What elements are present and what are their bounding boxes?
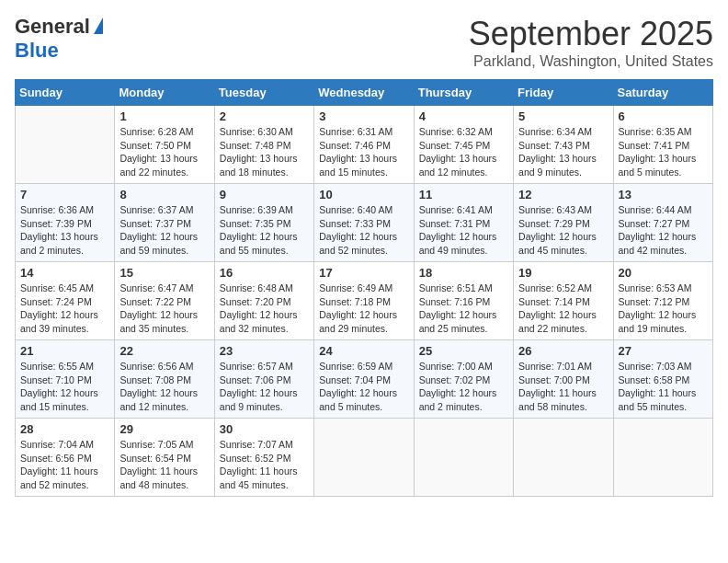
week-row-1: 1Sunrise: 6:28 AMSunset: 7:50 PMDaylight… (16, 106, 713, 184)
day-info: Sunrise: 6:30 AMSunset: 7:48 PMDaylight:… (220, 125, 309, 179)
day-info: Sunrise: 7:05 AMSunset: 6:54 PMDaylight:… (119, 438, 209, 492)
day-number: 21 (20, 344, 109, 358)
calendar-cell: 8Sunrise: 6:37 AMSunset: 7:37 PMDaylight… (115, 184, 214, 262)
calendar-cell: 24Sunrise: 6:59 AMSunset: 7:04 PMDayligh… (314, 340, 414, 419)
logo-blue: Blue (15, 39, 59, 63)
column-header-tuesday: Tuesday (214, 80, 313, 106)
day-info: Sunrise: 6:59 AMSunset: 7:04 PMDaylight:… (319, 360, 408, 414)
calendar-cell (414, 419, 513, 497)
day-info: Sunrise: 6:45 AMSunset: 7:24 PMDaylight:… (20, 282, 109, 336)
week-row-3: 14Sunrise: 6:45 AMSunset: 7:24 PMDayligh… (16, 262, 713, 340)
day-number: 3 (319, 109, 408, 123)
day-number: 26 (518, 344, 608, 358)
calendar-cell (314, 419, 414, 497)
week-row-2: 7Sunrise: 6:36 AMSunset: 7:39 PMDaylight… (16, 184, 713, 262)
column-header-saturday: Saturday (613, 80, 712, 106)
day-info: Sunrise: 7:07 AMSunset: 6:52 PMDaylight:… (220, 438, 309, 492)
column-header-sunday: Sunday (16, 80, 115, 106)
month-title: September 2025 (469, 15, 713, 53)
day-number: 16 (220, 266, 309, 280)
calendar-cell: 27Sunrise: 7:03 AMSunset: 6:58 PMDayligh… (613, 340, 712, 419)
day-number: 20 (619, 266, 708, 280)
day-number: 14 (20, 266, 109, 280)
day-number: 2 (220, 109, 309, 123)
day-number: 28 (20, 422, 109, 436)
day-number: 27 (619, 344, 708, 358)
day-number: 10 (319, 188, 408, 201)
day-info: Sunrise: 6:28 AMSunset: 7:50 PMDaylight:… (119, 125, 209, 179)
location: Parkland, Washington, United States (469, 53, 713, 70)
column-header-friday: Friday (514, 80, 613, 106)
calendar-cell: 26Sunrise: 7:01 AMSunset: 7:00 PMDayligh… (514, 340, 613, 419)
day-info: Sunrise: 6:53 AMSunset: 7:12 PMDaylight:… (619, 282, 708, 336)
calendar-cell: 20Sunrise: 6:53 AMSunset: 7:12 PMDayligh… (613, 262, 712, 340)
day-number: 15 (119, 266, 209, 280)
day-info: Sunrise: 7:04 AMSunset: 6:56 PMDaylight:… (20, 438, 109, 492)
calendar-cell: 13Sunrise: 6:44 AMSunset: 7:27 PMDayligh… (613, 184, 712, 262)
day-number: 19 (518, 266, 608, 280)
calendar-cell: 15Sunrise: 6:47 AMSunset: 7:22 PMDayligh… (115, 262, 214, 340)
day-number: 7 (20, 188, 109, 201)
day-number: 18 (419, 266, 508, 280)
day-number: 9 (220, 188, 309, 201)
day-info: Sunrise: 6:48 AMSunset: 7:20 PMDaylight:… (220, 282, 309, 336)
day-number: 22 (119, 344, 209, 358)
calendar-cell: 10Sunrise: 6:40 AMSunset: 7:33 PMDayligh… (314, 184, 414, 262)
calendar-header-row: SundayMondayTuesdayWednesdayThursdayFrid… (16, 80, 713, 106)
calendar-cell: 23Sunrise: 6:57 AMSunset: 7:06 PMDayligh… (214, 340, 313, 419)
calendar-cell: 21Sunrise: 6:55 AMSunset: 7:10 PMDayligh… (16, 340, 115, 419)
day-info: Sunrise: 6:49 AMSunset: 7:18 PMDaylight:… (319, 282, 408, 336)
day-info: Sunrise: 6:39 AMSunset: 7:35 PMDaylight:… (220, 203, 309, 258)
calendar-cell: 12Sunrise: 6:43 AMSunset: 7:29 PMDayligh… (514, 184, 613, 262)
day-info: Sunrise: 6:32 AMSunset: 7:45 PMDaylight:… (419, 125, 508, 179)
day-info: Sunrise: 7:01 AMSunset: 7:00 PMDaylight:… (518, 360, 608, 414)
day-info: Sunrise: 6:41 AMSunset: 7:31 PMDaylight:… (419, 203, 508, 258)
title-block: September 2025 Parkland, Washington, Uni… (469, 15, 713, 70)
day-number: 5 (518, 109, 608, 123)
day-info: Sunrise: 6:56 AMSunset: 7:08 PMDaylight:… (119, 360, 209, 414)
day-info: Sunrise: 6:44 AMSunset: 7:27 PMDaylight:… (619, 203, 708, 258)
calendar-cell (514, 419, 613, 497)
calendar-cell: 3Sunrise: 6:31 AMSunset: 7:46 PMDaylight… (314, 106, 414, 184)
day-info: Sunrise: 6:36 AMSunset: 7:39 PMDaylight:… (20, 203, 109, 258)
calendar-cell: 2Sunrise: 6:30 AMSunset: 7:48 PMDaylight… (214, 106, 313, 184)
day-number: 23 (220, 344, 309, 358)
day-info: Sunrise: 6:43 AMSunset: 7:29 PMDaylight:… (518, 203, 608, 258)
day-info: Sunrise: 6:57 AMSunset: 7:06 PMDaylight:… (220, 360, 309, 414)
calendar-cell: 7Sunrise: 6:36 AMSunset: 7:39 PMDaylight… (16, 184, 115, 262)
day-number: 24 (319, 344, 408, 358)
day-number: 17 (319, 266, 408, 280)
day-number: 1 (119, 109, 209, 123)
calendar-cell: 11Sunrise: 6:41 AMSunset: 7:31 PMDayligh… (414, 184, 513, 262)
day-info: Sunrise: 6:47 AMSunset: 7:22 PMDaylight:… (119, 282, 209, 336)
calendar-cell: 29Sunrise: 7:05 AMSunset: 6:54 PMDayligh… (115, 419, 214, 497)
week-row-4: 21Sunrise: 6:55 AMSunset: 7:10 PMDayligh… (16, 340, 713, 419)
calendar-cell: 4Sunrise: 6:32 AMSunset: 7:45 PMDaylight… (414, 106, 513, 184)
day-number: 4 (419, 109, 508, 123)
day-number: 11 (419, 188, 508, 201)
day-number: 12 (518, 188, 608, 201)
day-number: 13 (619, 188, 708, 201)
logo-triangle-icon (94, 17, 103, 34)
day-info: Sunrise: 6:51 AMSunset: 7:16 PMDaylight:… (419, 282, 508, 336)
day-info: Sunrise: 6:35 AMSunset: 7:41 PMDaylight:… (619, 125, 708, 179)
logo: General Blue (15, 15, 103, 63)
day-number: 30 (220, 422, 309, 436)
day-info: Sunrise: 6:52 AMSunset: 7:14 PMDaylight:… (518, 282, 608, 336)
calendar-cell: 28Sunrise: 7:04 AMSunset: 6:56 PMDayligh… (16, 419, 115, 497)
calendar-cell: 22Sunrise: 6:56 AMSunset: 7:08 PMDayligh… (115, 340, 214, 419)
calendar-cell: 16Sunrise: 6:48 AMSunset: 7:20 PMDayligh… (214, 262, 313, 340)
day-info: Sunrise: 6:34 AMSunset: 7:43 PMDaylight:… (518, 125, 608, 179)
day-info: Sunrise: 6:55 AMSunset: 7:10 PMDaylight:… (20, 360, 109, 414)
calendar-cell: 17Sunrise: 6:49 AMSunset: 7:18 PMDayligh… (314, 262, 414, 340)
calendar-cell: 18Sunrise: 6:51 AMSunset: 7:16 PMDayligh… (414, 262, 513, 340)
calendar-cell: 6Sunrise: 6:35 AMSunset: 7:41 PMDaylight… (613, 106, 712, 184)
calendar-cell: 1Sunrise: 6:28 AMSunset: 7:50 PMDaylight… (115, 106, 214, 184)
week-row-5: 28Sunrise: 7:04 AMSunset: 6:56 PMDayligh… (16, 419, 713, 497)
calendar-cell: 25Sunrise: 7:00 AMSunset: 7:02 PMDayligh… (414, 340, 513, 419)
calendar-cell: 19Sunrise: 6:52 AMSunset: 7:14 PMDayligh… (514, 262, 613, 340)
day-number: 8 (119, 188, 209, 201)
calendar-cell: 5Sunrise: 6:34 AMSunset: 7:43 PMDaylight… (514, 106, 613, 184)
day-number: 6 (619, 109, 708, 123)
day-number: 25 (419, 344, 508, 358)
